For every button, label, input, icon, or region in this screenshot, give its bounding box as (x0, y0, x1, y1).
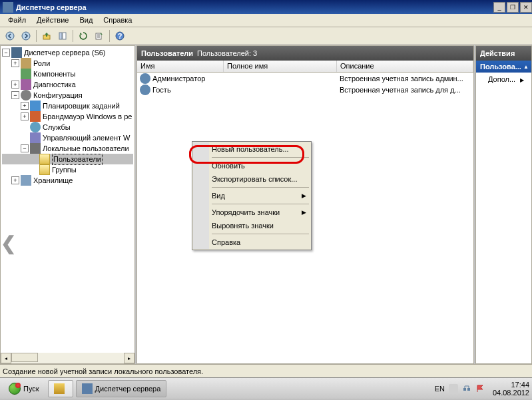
scroll-track[interactable] (11, 353, 124, 363)
components-icon (21, 69, 31, 79)
network-icon[interactable] (462, 384, 471, 393)
up-level-button[interactable] (39, 29, 54, 43)
menu-new-user[interactable]: Новый пользователь... (193, 142, 310, 156)
nav-forward-button[interactable] (19, 29, 33, 43)
help-button[interactable]: ? (113, 29, 127, 43)
server-icon (82, 383, 93, 394)
nav-back-button[interactable] (3, 29, 17, 43)
folder-icon (39, 154, 50, 164)
main-area: − Диспетчер сервера (S6) + Роли + Компон… (0, 45, 532, 364)
export-button[interactable] (92, 29, 107, 43)
app-icon (3, 2, 13, 13)
spacer: + (21, 123, 29, 131)
collapse-pane-arrow-icon[interactable]: ❮ (1, 232, 16, 254)
expand-icon[interactable]: + (11, 81, 19, 89)
taskbar-explorer[interactable] (48, 380, 73, 397)
menu-export-list[interactable]: Экспортировать список... (193, 172, 310, 186)
status-text: Создание новой учетной записи локального… (3, 367, 203, 375)
firewall-icon (30, 111, 41, 122)
column-description[interactable]: Описание (337, 61, 473, 72)
refresh-button[interactable] (76, 29, 91, 43)
status-bar: Создание новой учетной записи локального… (0, 364, 532, 377)
tray-icon[interactable] (449, 384, 458, 393)
scroll-right-button[interactable]: ▸ (124, 353, 134, 363)
spacer: + (30, 166, 38, 174)
clock[interactable]: 17:44 04.08.2012 (493, 381, 529, 397)
menu-separator (212, 157, 309, 158)
list-item[interactable]: Гость Встроенная учетная запись для д... (137, 84, 473, 95)
tree-diagnostics[interactable]: + Диагностика (2, 79, 133, 90)
actions-more[interactable]: Допол... ▶ (476, 73, 531, 86)
toolbar-separator (109, 30, 110, 42)
expand-icon[interactable]: + (21, 112, 29, 120)
menu-refresh[interactable]: Обновить (193, 159, 310, 172)
tree-firewall[interactable]: + Брандмауэр Windows в ре (2, 111, 133, 122)
menu-align-icons[interactable]: Выровнять значки (193, 219, 310, 232)
wmi-icon (30, 132, 41, 143)
explorer-icon (54, 383, 65, 394)
expand-icon[interactable]: + (11, 59, 19, 67)
svg-rect-9 (467, 388, 470, 391)
expand-icon[interactable]: + (11, 176, 19, 184)
users-groups-icon (30, 143, 41, 154)
start-orb-icon (9, 383, 21, 395)
tree-storage[interactable]: + Хранилище (2, 175, 133, 186)
services-icon (30, 122, 41, 132)
menu-action[interactable]: Действие (31, 14, 74, 27)
content-header: Пользователи Пользователей: 3 (137, 46, 473, 61)
svg-rect-4 (63, 33, 66, 39)
menu-separator (212, 204, 309, 204)
menu-separator (212, 187, 309, 188)
actions-section-users[interactable]: Пользова... ▲ (476, 61, 531, 73)
submenu-arrow-icon: ▶ (302, 209, 306, 216)
restore-button[interactable]: ❐ (507, 2, 519, 13)
taskbar-server-manager[interactable]: Диспетчер сервера (76, 380, 167, 397)
flag-icon[interactable] (475, 384, 485, 393)
collapse-icon[interactable]: − (2, 49, 10, 57)
tree-roles[interactable]: + Роли (2, 58, 133, 69)
storage-icon (21, 175, 31, 186)
tree-pane: − Диспетчер сервера (S6) + Роли + Компон… (0, 45, 135, 364)
close-button[interactable]: ✕ (520, 2, 532, 13)
menu-arrange-icons[interactable]: Упорядочить значки▶ (193, 206, 310, 219)
toolbar: ? (0, 27, 532, 45)
actions-header: Действия (476, 46, 531, 61)
tree-services[interactable]: + Службы (2, 122, 133, 132)
menu-view[interactable]: Вид (74, 14, 98, 27)
tree-groups[interactable]: + Группы (2, 164, 133, 175)
show-hide-button[interactable] (55, 29, 70, 43)
column-name[interactable]: Имя (137, 61, 224, 72)
menu-help[interactable]: Справка (193, 236, 310, 249)
list-item[interactable]: Администратор Встроенная учетная запись … (137, 73, 473, 84)
language-indicator[interactable]: EN (435, 385, 445, 393)
toolbar-separator (36, 30, 37, 42)
minimize-button[interactable]: _ (493, 2, 505, 13)
collapse-section-icon[interactable]: ▲ (523, 64, 529, 70)
system-tray: EN 17:44 04.08.2012 (435, 381, 529, 397)
submenu-arrow-icon: ▶ (520, 77, 524, 83)
gear-icon (21, 90, 31, 100)
expand-icon[interactable]: + (21, 102, 29, 110)
collapse-icon[interactable]: − (11, 91, 19, 99)
tree-users[interactable]: + Пользователи (2, 154, 133, 164)
tree-configuration[interactable]: − Конфигурация (2, 90, 133, 100)
scroll-thumb[interactable] (11, 353, 38, 362)
actions-pane: Действия Пользова... ▲ Допол... ▶ (475, 45, 532, 364)
tree-components[interactable]: + Компоненты (2, 69, 133, 79)
menu-file[interactable]: Файл (3, 14, 31, 27)
tree-wmi[interactable]: + Управляющий элемент W (2, 132, 133, 143)
scroll-left-button[interactable]: ◂ (1, 353, 11, 363)
menu-bar: Файл Действие Вид Справка (0, 14, 532, 27)
tree-scheduler[interactable]: + Планировщик заданий (2, 100, 133, 111)
clock-time: 17:44 (493, 381, 529, 389)
tree-local-users-groups[interactable]: − Локальные пользователи (2, 143, 133, 154)
menu-help[interactable]: Справка (98, 14, 137, 27)
collapse-icon[interactable]: − (21, 144, 29, 152)
svg-rect-3 (59, 33, 62, 39)
horizontal-scrollbar[interactable]: ◂ ▸ (1, 353, 134, 363)
tree-root[interactable]: − Диспетчер сервера (S6) (2, 47, 133, 58)
svg-point-0 (6, 32, 14, 40)
menu-view[interactable]: Вид▶ (193, 189, 310, 202)
column-fullname[interactable]: Полное имя (224, 61, 337, 72)
start-button[interactable]: Пуск (3, 380, 45, 397)
